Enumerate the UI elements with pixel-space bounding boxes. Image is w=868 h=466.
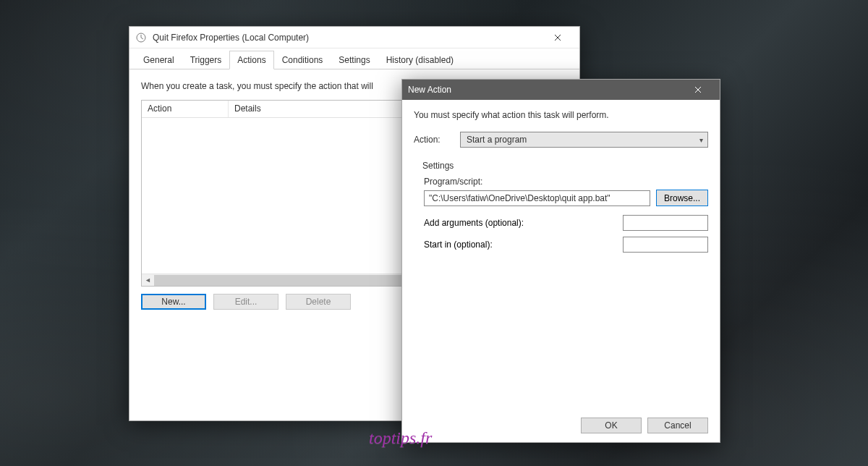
- delete-action-button[interactable]: Delete: [286, 294, 351, 310]
- new-action-body: You must specify what action this task w…: [402, 100, 720, 442]
- program-script-input[interactable]: [424, 190, 650, 206]
- program-script-row: Browse...: [424, 190, 708, 206]
- tab-conditions[interactable]: Conditions: [274, 51, 331, 69]
- task-scheduler-icon: [135, 32, 147, 43]
- settings-group: Settings Program/script: Browse... Add a…: [414, 153, 708, 258]
- arguments-label: Add arguments (optional):: [424, 218, 524, 228]
- browse-button[interactable]: Browse...: [656, 190, 708, 206]
- settings-group-title: Settings: [422, 161, 708, 171]
- ok-button[interactable]: OK: [581, 418, 642, 433]
- new-action-hint: You must specify what action this task w…: [414, 110, 708, 120]
- cancel-button[interactable]: Cancel: [647, 418, 708, 433]
- chevron-down-icon: ▾: [699, 136, 703, 144]
- watermark-text: toptips.fr: [369, 428, 432, 448]
- properties-titlebar[interactable]: Quit Firefox Properties (Local Computer): [129, 27, 579, 48]
- action-type-value: Start a program: [467, 135, 527, 145]
- tab-history[interactable]: History (disabled): [378, 51, 461, 69]
- new-action-close-button[interactable]: [681, 80, 714, 100]
- column-action[interactable]: Action: [142, 101, 229, 117]
- tab-actions[interactable]: Actions: [229, 51, 273, 69]
- action-type-select[interactable]: Start a program ▾: [460, 132, 708, 148]
- edit-action-button[interactable]: Edit...: [213, 294, 278, 310]
- program-script-label: Program/script:: [424, 177, 708, 187]
- action-type-row: Action: Start a program ▾: [414, 132, 708, 148]
- properties-title: Quit Firefox Properties (Local Computer): [153, 33, 309, 43]
- new-action-dialog: New Action You must specify what action …: [401, 79, 720, 443]
- start-in-label: Start in (optional):: [424, 240, 493, 250]
- start-in-input[interactable]: [623, 237, 708, 253]
- arguments-input[interactable]: [623, 215, 708, 231]
- new-action-button[interactable]: New...: [141, 294, 206, 310]
- arguments-row: Add arguments (optional):: [424, 215, 708, 231]
- close-icon: [694, 86, 702, 93]
- properties-tabstrip: General Triggers Actions Conditions Sett…: [129, 48, 579, 69]
- tab-settings[interactable]: Settings: [331, 51, 378, 69]
- new-action-titlebar[interactable]: New Action: [402, 80, 720, 100]
- new-action-title: New Action: [408, 85, 451, 95]
- start-in-row: Start in (optional):: [424, 237, 708, 253]
- tab-triggers[interactable]: Triggers: [182, 51, 230, 69]
- close-icon: [554, 34, 561, 41]
- dialog-button-row: OK Cancel: [414, 410, 708, 433]
- action-type-label: Action:: [414, 135, 453, 145]
- tab-general[interactable]: General: [135, 51, 182, 69]
- scroll-left-button[interactable]: ◄: [142, 275, 154, 286]
- properties-close-button[interactable]: [541, 27, 574, 48]
